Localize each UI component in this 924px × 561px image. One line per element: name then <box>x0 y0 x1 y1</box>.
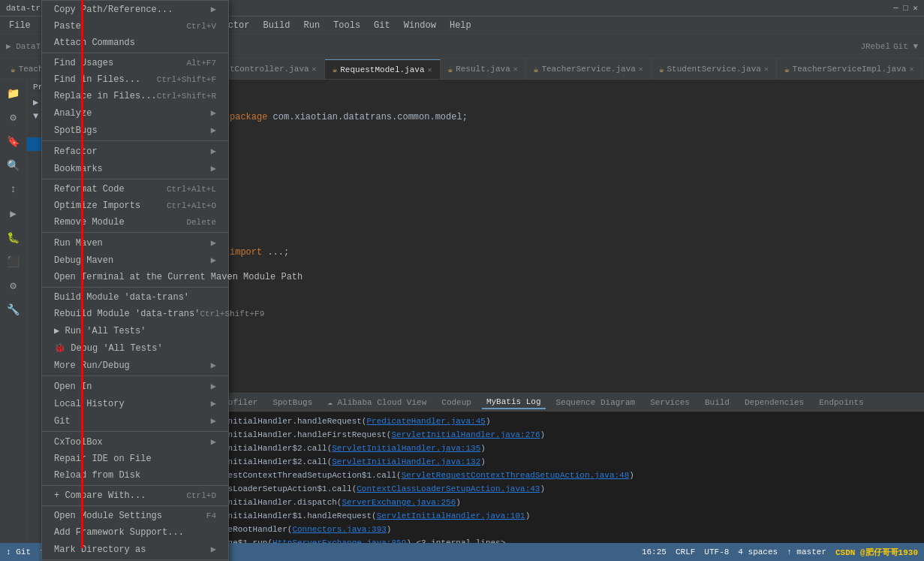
ctx-paste[interactable]: PasteCtrl+V <box>42 18 228 35</box>
ctx-bookmarks[interactable]: Bookmarks▶ <box>42 160 228 177</box>
ctx-sep-9 <box>42 505 228 506</box>
ctx-sep-10 <box>42 559 228 560</box>
ctx-rebuild-module[interactable]: Rebuild Module 'data-trans'Ctrl+Shift+F9 <box>42 306 228 322</box>
ctx-cxtoolbox[interactable]: CxToolBox▶ <box>42 433 228 451</box>
ctx-run-maven[interactable]: Run Maven▶ <box>42 234 228 252</box>
ctx-open-module-settings[interactable]: Open Module SettingsF4 <box>42 508 228 524</box>
ctx-local-history[interactable]: Local History▶ <box>42 395 228 412</box>
ctx-sep-1 <box>42 53 228 53</box>
context-menu: Copy Path/Reference...▶ PasteCtrl+V Atta… <box>41 0 229 561</box>
ctx-reload-disk[interactable]: Reload from Disk <box>42 467 228 484</box>
context-menu-overlay[interactable]: Copy Path/Reference...▶ PasteCtrl+V Atta… <box>0 0 924 561</box>
ctx-mark-directory[interactable]: Mark Directory as▶ <box>42 541 228 558</box>
ctx-run-all-tests[interactable]: ▶ Run 'All Tests' <box>42 322 228 339</box>
ctx-build-module[interactable]: Build Module 'data-trans' <box>42 289 228 306</box>
ctx-replace-files[interactable]: Replace in Files...Ctrl+Shift+R <box>42 88 228 104</box>
ctx-refactor[interactable]: Refactor▶ <box>42 143 228 160</box>
ctx-debug-all-tests[interactable]: 🐞 Debug 'All Tests' <box>42 339 228 357</box>
ctx-add-framework[interactable]: Add Framework Support... <box>42 524 228 541</box>
ctx-sep-7 <box>42 431 228 432</box>
ctx-open-terminal[interactable]: Open Terminal at the Current Maven Modul… <box>42 269 228 285</box>
ctx-optimize[interactable]: Optimize ImportsCtrl+Alt+O <box>42 198 228 214</box>
ctx-debug-maven[interactable]: Debug Maven▶ <box>42 252 228 269</box>
ctx-find-files[interactable]: Find in Files...Ctrl+Shift+F <box>42 71 228 88</box>
ctx-more-run[interactable]: More Run/Debug▶ <box>42 357 228 374</box>
ctx-remove-module[interactable]: Remove ModuleDelete <box>42 214 228 231</box>
ctx-sep-8 <box>42 485 228 486</box>
ctx-copy-path[interactable]: Copy Path/Reference...▶ <box>42 1 228 18</box>
ctx-attach[interactable]: Attach Commands <box>42 35 228 51</box>
ctx-sep-2 <box>42 140 228 141</box>
ctx-spotbugs[interactable]: SpotBugs▶ <box>42 122 228 139</box>
ctx-sep-3 <box>42 179 228 179</box>
ctx-reformat[interactable]: Reformat CodeCtrl+Alt+L <box>42 181 228 198</box>
ctx-sep-5 <box>42 287 228 288</box>
ctx-compare-with[interactable]: + Compare With...Ctrl+D <box>42 487 228 504</box>
ctx-repair-ide[interactable]: Repair IDE on File <box>42 451 228 467</box>
ctx-sep-4 <box>42 232 228 233</box>
ctx-analyze[interactable]: Analyze▶ <box>42 104 228 122</box>
ctx-git[interactable]: Git▶ <box>42 412 228 430</box>
ctx-find-usages[interactable]: Find UsagesAlt+F7 <box>42 55 228 71</box>
ctx-sep-6 <box>42 376 228 376</box>
ctx-open-in[interactable]: Open In▶ <box>42 378 228 395</box>
